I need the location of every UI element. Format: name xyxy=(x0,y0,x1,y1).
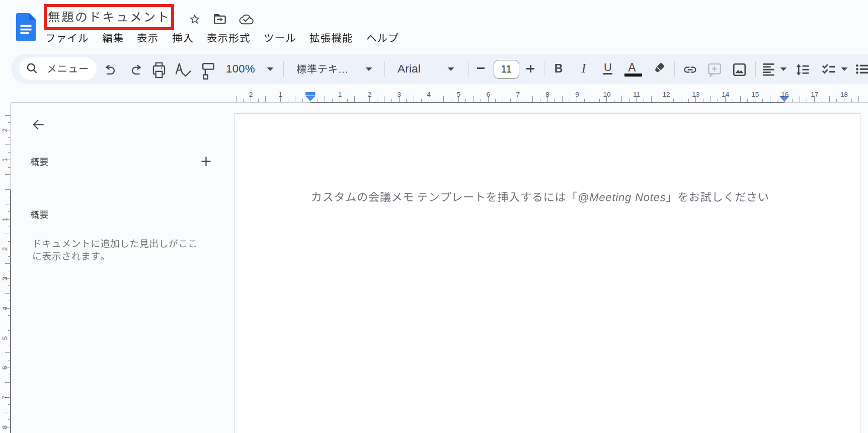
vruler-number: 1 xyxy=(1,215,9,224)
zoom-select[interactable]: 100% xyxy=(226,63,255,75)
paragraph-style-select[interactable] xyxy=(296,64,348,77)
styles-dropdown-icon[interactable] xyxy=(365,67,372,71)
checklist-dropdown-icon[interactable] xyxy=(841,67,848,71)
vruler-tick xyxy=(5,115,11,116)
hruler-tick xyxy=(295,96,295,102)
hruler-tick xyxy=(584,99,585,103)
hruler-number: 15 xyxy=(748,91,763,98)
vruler-tick xyxy=(8,285,11,286)
vruler-tick xyxy=(8,137,11,138)
text-color-button[interactable]: A xyxy=(626,61,638,74)
menu-tools[interactable] xyxy=(264,33,296,46)
vruler-tick xyxy=(8,241,11,242)
font-size-input[interactable]: 11 xyxy=(494,60,520,79)
paint-format-button[interactable] xyxy=(202,63,214,80)
hruler-tick xyxy=(614,99,614,103)
hruler-tick xyxy=(532,96,533,102)
bold-button[interactable]: B xyxy=(553,62,565,75)
hruler-number: 3 xyxy=(391,91,407,98)
font-family-select[interactable]: Arial xyxy=(398,63,421,75)
vruler-tick xyxy=(8,301,11,301)
hruler-tick xyxy=(495,99,496,103)
document-page[interactable] xyxy=(234,113,860,433)
hruler-tick xyxy=(829,96,830,102)
highlight-color-button[interactable] xyxy=(652,62,665,76)
bulleted-list-icon xyxy=(856,63,868,75)
underline-bar xyxy=(603,73,612,74)
hruler-tick xyxy=(384,96,384,102)
vruler-tick xyxy=(5,234,11,234)
add-comment-button[interactable] xyxy=(708,63,721,77)
hruler-tick xyxy=(651,96,652,102)
vruler-tick xyxy=(5,293,11,294)
insert-link-button[interactable] xyxy=(683,62,697,77)
hruler-number: 2 xyxy=(244,91,259,98)
print-icon xyxy=(153,62,165,78)
menu-help[interactable] xyxy=(366,33,399,46)
vruler-tick xyxy=(8,390,11,390)
checklist-button[interactable] xyxy=(822,63,835,75)
vruler-number: 6 xyxy=(1,364,9,372)
hruler-tick xyxy=(807,99,807,103)
underline-button[interactable]: U xyxy=(602,61,614,74)
document-title[interactable] xyxy=(48,11,171,26)
cloud-status-button[interactable] xyxy=(235,9,258,31)
vruler-tick xyxy=(8,227,11,227)
hruler-tick xyxy=(777,99,777,103)
decrease-font-size-button[interactable] xyxy=(477,67,485,69)
move-to-folder-icon xyxy=(214,13,226,26)
close-outline-button[interactable] xyxy=(29,116,47,133)
font-dropdown-icon[interactable] xyxy=(447,67,454,71)
redo-icon xyxy=(131,65,141,75)
align-button[interactable] xyxy=(763,63,774,76)
bulleted-list-button[interactable] xyxy=(856,63,868,75)
print-button[interactable] xyxy=(153,62,165,78)
vruler-tick xyxy=(5,382,11,383)
menu-format[interactable] xyxy=(207,33,251,46)
zoom-dropdown-icon[interactable] xyxy=(267,67,274,71)
hruler-number: 10 xyxy=(599,91,614,98)
meeting-notes-placeholder[interactable] xyxy=(311,191,769,205)
hruler-tick xyxy=(800,96,800,102)
move-to-folder-button[interactable] xyxy=(209,8,231,30)
menu-view[interactable] xyxy=(137,33,159,46)
vruler-tick xyxy=(5,323,11,323)
google-docs-app: 100% Arial 11 B I U A xyxy=(0,0,868,433)
hruler-tick xyxy=(851,99,852,103)
star-button[interactable] xyxy=(184,8,206,30)
redo-button[interactable] xyxy=(131,65,141,75)
hruler-tick xyxy=(347,99,348,103)
separator xyxy=(468,61,469,77)
hruler-tick xyxy=(318,99,318,103)
menu-extensions[interactable] xyxy=(309,33,353,46)
insert-image-icon xyxy=(733,63,746,76)
hruler-tick xyxy=(747,99,748,103)
hruler-tick xyxy=(762,99,763,103)
menu-insert[interactable] xyxy=(172,33,194,46)
hruler-tick xyxy=(570,99,570,103)
insert-image-button[interactable] xyxy=(733,63,746,76)
add-to-outline-button[interactable] xyxy=(198,153,214,170)
hruler-tick xyxy=(288,99,288,103)
spellcheck-button[interactable] xyxy=(176,63,191,78)
hruler-tick xyxy=(436,99,436,103)
hruler-number: 5 xyxy=(451,91,466,98)
vruler-tick xyxy=(5,204,11,204)
menu-edit[interactable] xyxy=(102,33,124,46)
docs-logo-icon[interactable] xyxy=(16,13,36,41)
separator xyxy=(755,61,756,77)
hruler-number: 17 xyxy=(807,91,822,98)
line-spacing-button[interactable] xyxy=(796,64,809,76)
undo-button[interactable] xyxy=(105,65,115,75)
menu-file[interactable] xyxy=(45,33,89,46)
hruler-tick xyxy=(629,99,629,103)
italic-button[interactable]: I xyxy=(578,62,590,75)
align-dropdown-icon[interactable] xyxy=(780,67,787,71)
hruler-number: 9 xyxy=(570,91,585,98)
vruler-number: 2 xyxy=(1,245,9,253)
hruler-number: 12 xyxy=(659,91,674,98)
outline-label xyxy=(30,157,49,169)
add-comment-icon xyxy=(708,63,721,77)
hruler-tick xyxy=(391,99,392,103)
hruler-tick xyxy=(792,99,793,103)
